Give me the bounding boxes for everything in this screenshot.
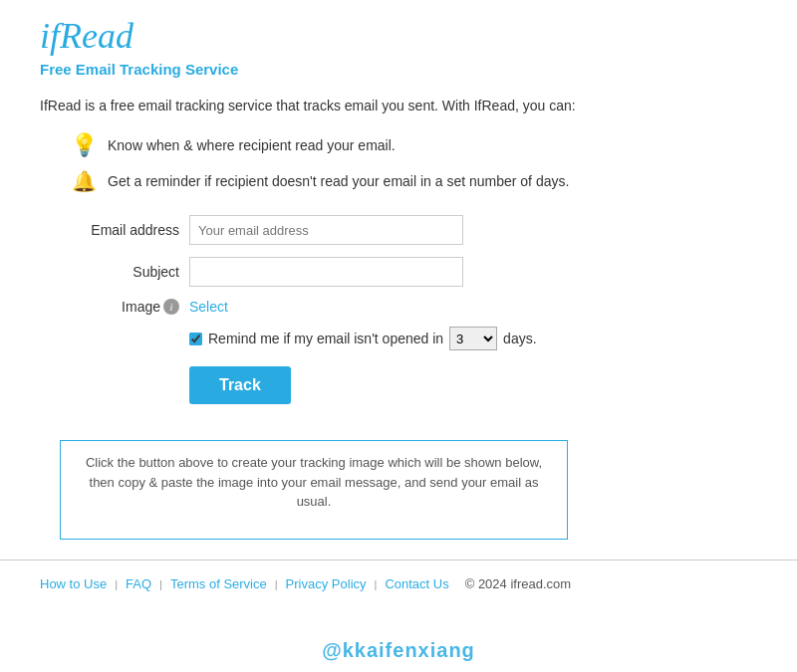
feature-item-1: 💡 Know when & where recipient read your … <box>70 131 757 159</box>
footer-sep-3: | <box>275 578 278 590</box>
footer-sep-2: | <box>159 578 162 590</box>
remind-label: Remind me if my email isn't opened in <box>208 331 443 346</box>
description: IfRead is a free email tracking service … <box>40 98 757 113</box>
watermark: @kkaifenxiang <box>322 639 475 662</box>
image-label-wrap: Image i <box>60 299 179 315</box>
footer-link-tos[interactable]: Terms of Service <box>170 576 267 591</box>
footer-sep-4: | <box>375 578 378 590</box>
email-row: Email address <box>60 215 757 245</box>
email-input[interactable] <box>189 215 463 245</box>
logo: ifRead <box>40 15 757 57</box>
footer-link-contact[interactable]: Contact Us <box>385 576 448 591</box>
footer: How to Use | FAQ | Terms of Service | Pr… <box>40 572 757 591</box>
footer-copyright: © 2024 ifread.com <box>465 576 571 591</box>
info-icon: i <box>163 299 179 315</box>
image-row: Image i Select <box>60 299 757 315</box>
footer-link-how-to-use[interactable]: How to Use <box>40 576 107 591</box>
feature-text-2: Get a reminder if recipient doesn't read… <box>108 173 569 189</box>
features-list: 💡 Know when & where recipient read your … <box>70 131 757 195</box>
subject-input[interactable] <box>189 257 463 287</box>
feature-text-1: Know when & where recipient read your em… <box>108 137 396 153</box>
email-label: Email address <box>60 222 179 238</box>
tracking-form: Email address Subject Image i Select Rem… <box>60 215 757 422</box>
subject-label: Subject <box>60 264 179 280</box>
feature-item-2: 🔔 Get a reminder if recipient doesn't re… <box>70 167 757 195</box>
bulb-icon: 💡 <box>70 131 98 159</box>
remind-row: Remind me if my email isn't opened in 1 … <box>189 327 757 350</box>
remind-checkbox[interactable] <box>189 333 202 345</box>
track-button[interactable]: Track <box>189 366 291 404</box>
footer-link-privacy[interactable]: Privacy Policy <box>286 576 367 591</box>
output-box: Click the button above to create your tr… <box>60 440 568 540</box>
footer-link-faq[interactable]: FAQ <box>126 576 151 591</box>
bell-icon: 🔔 <box>70 167 98 195</box>
image-label: Image <box>122 299 160 315</box>
image-select-button[interactable]: Select <box>189 299 228 315</box>
days-suffix: days. <box>503 331 536 346</box>
days-select[interactable]: 1 2 3 4 5 6 7 <box>449 327 497 350</box>
footer-divider <box>0 560 797 560</box>
footer-sep-1: | <box>115 578 118 590</box>
subject-row: Subject <box>60 257 757 287</box>
tagline: Free Email Tracking Service <box>40 61 757 78</box>
